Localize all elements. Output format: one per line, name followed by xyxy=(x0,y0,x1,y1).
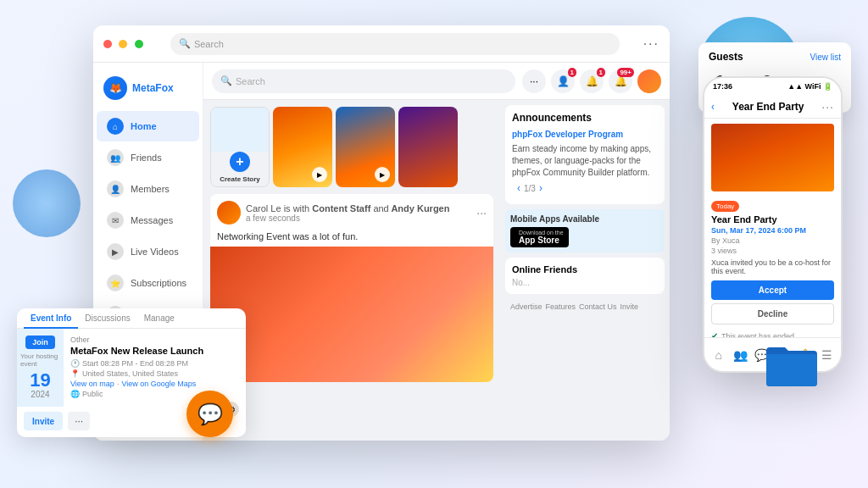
stories-row: + Create Story ▶ ▶ xyxy=(210,107,493,187)
browser-more-button[interactable]: ··· xyxy=(643,36,659,52)
footer-links: Advertise Features Contact Us Invite xyxy=(505,299,665,314)
sidebar-item-subscriptions[interactable]: ⭐ Subscriptions xyxy=(97,268,199,298)
phone-status-bar: 17:36 ▲▲ WiFi 🔋 xyxy=(704,78,841,95)
phone-friends-icon[interactable]: 👥 xyxy=(730,345,750,365)
folder-decoration xyxy=(766,344,817,386)
sidebar-item-friends[interactable]: 👥 Friends xyxy=(97,142,199,173)
event-ended-notice: ✔ This event has ended. xyxy=(711,328,834,337)
guests-header: Guests View list xyxy=(698,42,851,68)
maximize-icon[interactable] xyxy=(135,40,143,48)
tab-event-info[interactable]: Event Info xyxy=(24,308,78,328)
phone-more-button[interactable]: ··· xyxy=(821,100,834,114)
sidebar-item-live-videos[interactable]: ▶ Live Videos xyxy=(97,236,199,267)
notification-bell-btn[interactable]: 🔔 1 xyxy=(580,69,604,93)
post-card: Carol Le is with Content Staff and Andy … xyxy=(210,194,493,382)
event-day: 19 xyxy=(30,371,50,390)
story-card-1[interactable]: ▶ xyxy=(273,107,332,187)
post-author-avatar[interactable] xyxy=(217,201,241,225)
alert-btn[interactable]: 🔔 99+ xyxy=(609,69,632,93)
announcement-pagination: ‹ 1/3 › xyxy=(512,179,658,197)
clock-icon: 🕐 xyxy=(70,359,80,368)
feed-area: + Create Story ▶ ▶ xyxy=(203,100,670,441)
search-icon: 🔍 xyxy=(179,38,191,49)
phone-time: 17:36 xyxy=(713,82,732,91)
sidebar-item-members-label: Members xyxy=(131,184,170,194)
search-placeholder: Search xyxy=(194,39,224,49)
app-store-button[interactable]: Download on the App Store xyxy=(510,227,569,247)
online-friends-card: Online Friends No... xyxy=(505,258,665,294)
event-by: By Xuca xyxy=(711,236,834,245)
online-friends-title: Online Friends xyxy=(512,264,658,274)
search-bar[interactable]: 🔍 Search xyxy=(212,69,515,93)
accept-button[interactable]: Accept xyxy=(711,280,834,300)
post-image xyxy=(210,247,493,382)
announcement-item-text: Earn steady income by making apps, theme… xyxy=(512,143,658,179)
event-invite-text: Xuca invited you to be a co-host for thi… xyxy=(711,258,834,275)
blob-decoration-left xyxy=(13,169,81,237)
announcements-card: Announcements phpFox Developer Program E… xyxy=(505,105,665,204)
phone-event-header: Today Year End Party Sun, Mar 17, 2024 6… xyxy=(704,119,841,337)
footer-contact[interactable]: Contact Us xyxy=(579,302,617,311)
event-date: Sun, Mar 17, 2024 6:00 PM xyxy=(711,226,834,235)
sidebar-item-messages[interactable]: ✉ Messages xyxy=(97,205,199,236)
prev-arrow[interactable]: ‹ xyxy=(517,182,520,194)
footer-invite[interactable]: Invite xyxy=(620,302,639,311)
decline-button[interactable]: Decline xyxy=(711,303,834,324)
post-meta: Carol Le is with Content Staff and Andy … xyxy=(246,203,471,223)
bell-badge-1: 1 xyxy=(597,68,605,77)
create-story-label: Create Story xyxy=(220,175,260,186)
event-join-button[interactable]: Join xyxy=(25,336,55,349)
user-avatar[interactable] xyxy=(637,69,661,93)
chat-bubble-button[interactable]: 💬 xyxy=(186,391,233,437)
more-button[interactable]: ··· xyxy=(522,69,546,93)
user-badge: 1 xyxy=(568,68,576,77)
close-icon[interactable] xyxy=(103,40,112,48)
tab-manage[interactable]: Manage xyxy=(137,308,181,328)
story-card-3[interactable] xyxy=(398,107,458,187)
messages-icon: ✉ xyxy=(107,212,124,229)
main-content-area: 🔍 Search ··· 👤 1 🔔 1 🔔 99+ xyxy=(203,63,670,441)
alert-badge: 99+ xyxy=(617,68,634,77)
window-controls xyxy=(103,36,147,52)
sidebar-item-home-label: Home xyxy=(131,121,157,131)
browser-address-bar[interactable]: 🔍 Search xyxy=(170,33,620,55)
footer-features[interactable]: Features xyxy=(546,302,576,311)
event-tag: Today xyxy=(711,201,739,212)
phone-mockup: 17:36 ▲▲ WiFi 🔋 ‹ Year End Party ··· Tod… xyxy=(703,76,843,373)
feed-main: + Create Story ▶ ▶ xyxy=(203,100,500,441)
post-more-button[interactable]: ··· xyxy=(476,206,487,219)
sidebar-item-live-label: Live Videos xyxy=(131,247,179,257)
event-more-actions-button[interactable]: ··· xyxy=(68,412,90,430)
event-location-meta: 📍 United States, United States xyxy=(70,369,239,378)
play-icon-2: ▶ xyxy=(375,167,390,182)
post-author-name: Carol Le is with Content Staff and Andy … xyxy=(246,203,471,214)
phone-menu-icon[interactable]: ☰ xyxy=(816,345,837,365)
invite-button[interactable]: Invite xyxy=(24,412,63,430)
announcement-item-title[interactable]: phpFox Developer Program xyxy=(512,129,658,141)
view-list-link[interactable]: View list xyxy=(810,53,842,62)
view-google-maps-link[interactable]: View on Google Maps xyxy=(121,380,196,388)
logo-text: MetaFox xyxy=(132,82,174,94)
phone-home-icon[interactable]: ⌂ xyxy=(709,345,729,365)
app-logo[interactable]: 🦊 MetaFox xyxy=(93,69,203,110)
post-text: Networking Event was a lot of fun. xyxy=(210,231,493,247)
footer-advertise[interactable]: Advertise xyxy=(510,302,542,311)
mobile-apps-title: Mobile Apps Available xyxy=(510,214,659,224)
minimize-icon[interactable] xyxy=(119,40,127,48)
sidebar-item-subs-label: Subscriptions xyxy=(131,278,186,288)
next-arrow[interactable]: › xyxy=(539,182,542,194)
phone-back-arrow[interactable]: ‹ xyxy=(711,101,715,113)
app-store-btn-text: Download on the App Store xyxy=(519,230,564,245)
mobile-apps-banner: Mobile Apps Available Download on the Ap… xyxy=(505,209,665,252)
view-on-map-link[interactable]: View on map xyxy=(70,380,114,388)
sidebar-item-home[interactable]: ⌂ Home xyxy=(97,111,199,141)
story-card-2[interactable]: ▶ xyxy=(336,107,395,187)
event-year: 2024 xyxy=(30,390,50,399)
create-story-card[interactable]: + Create Story xyxy=(210,107,270,187)
phone-nav-bar: ‹ Year End Party ··· xyxy=(704,95,841,119)
user-icon-btn[interactable]: 👤 1 xyxy=(551,69,575,93)
announcements-title: Announcements xyxy=(512,112,658,124)
event-views: 3 views xyxy=(711,247,834,255)
tab-discussions[interactable]: Discussions xyxy=(78,308,136,328)
sidebar-item-members[interactable]: 👤 Members xyxy=(97,174,199,204)
